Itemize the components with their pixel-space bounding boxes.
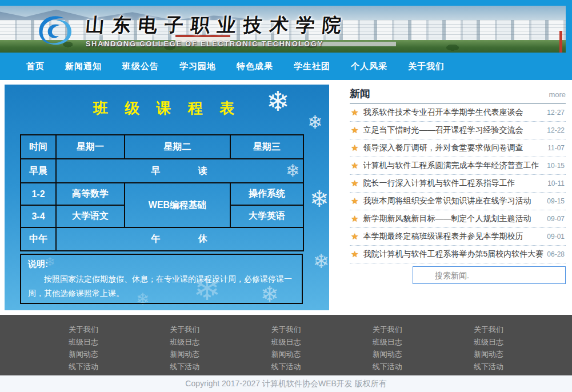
news-item-date: 11-07	[547, 144, 566, 152]
news-item-date: 12-22	[547, 126, 566, 134]
footer-link-offline-activities[interactable]: 线下活动	[271, 361, 301, 373]
news-item-link[interactable]: 我系软件技术专业召开本学期学生代表座谈会	[363, 107, 547, 118]
footer-link-news[interactable]: 新闻动态	[474, 348, 503, 361]
footer-link-news[interactable]: 新闻动态	[170, 348, 199, 361]
footer-column: 关于我们 班级日志 新闻动态 线下活动	[271, 323, 301, 375]
star-icon: ★	[351, 125, 358, 135]
news-item-date: 10-11	[547, 179, 566, 187]
news-item-date: 09-01	[547, 233, 566, 241]
row-label-noon: 中午	[21, 227, 56, 251]
main-nav: 首页 新闻通知 班级公告 学习园地 特色成果 学生社团 个人风采 关于我们	[0, 53, 572, 80]
row-label-3-4: 3-4	[21, 205, 56, 227]
star-icon: ★	[351, 196, 358, 206]
schedule-note: 说明: 按照国家法定假期放假、休息；在专业课的课程设计周，必修课停课一周，其他选…	[20, 254, 303, 304]
footer-link-class-log[interactable]: 班级日志	[271, 336, 301, 349]
top-strip	[0, 0, 572, 6]
footer-link-class-log[interactable]: 班级日志	[373, 336, 402, 349]
footer-link-news[interactable]: 新闻动态	[373, 348, 402, 361]
footer-column: 关于我们 班级日志 新闻动态 线下活动	[474, 323, 503, 375]
cell-mon-3-4: 大学语文	[56, 205, 125, 227]
news-item-date: 09-15	[547, 197, 566, 205]
morning-reading-cell: 早 读	[56, 159, 303, 183]
campus-photo: 山东电子职业技术学院 SHANDONG COLLEGE OF ELECTRONI…	[0, 6, 566, 53]
nav-item-news-notice[interactable]: 新闻通知	[65, 61, 102, 72]
nav-item-personal-style[interactable]: 个人风采	[351, 61, 387, 72]
col-header-monday: 星期一	[56, 135, 125, 159]
footer-column: 关于我们 班级日志 新闻动态 线下活动	[69, 323, 98, 375]
nav-item-class-announcements[interactable]: 班级公告	[122, 61, 159, 72]
footer-link-about[interactable]: 关于我们	[474, 323, 503, 336]
star-icon: ★	[351, 178, 358, 189]
news-item: ★ 本学期最终定稿班级课程表并参见本学期校历 09-01	[350, 228, 566, 246]
news-item-link[interactable]: 计算机与软件工程系圆满完成本学年经济普查工作	[363, 161, 547, 171]
footer-link-class-log[interactable]: 班级日志	[170, 336, 199, 349]
news-item-link[interactable]: 新学期新风貌新目标——制定个人规划主题活动	[363, 214, 547, 224]
site-footer: 关于我们 班级日志 新闻动态 线下活动 关于我们 班级日志 新闻动态 线下活动 …	[0, 315, 572, 375]
snowflake-icon	[310, 187, 329, 210]
news-item-link[interactable]: 院长一行深入计算机与软件工程系指导工作	[363, 178, 547, 189]
row-label-morning: 早晨	[21, 159, 56, 183]
nav-item-about-us[interactable]: 关于我们	[408, 61, 445, 72]
news-title: 新闻	[350, 87, 370, 101]
nav-item-student-clubs[interactable]: 学生社团	[294, 61, 330, 72]
nav-item-home[interactable]: 首页	[26, 61, 45, 72]
news-panel: 新闻 more ★ 我系软件技术专业召开本学期学生代表座谈会 12-27 ★ 立…	[350, 87, 566, 284]
news-item: ★ 新学期新风貌新目标——制定个人规划主题活动 09-07	[350, 210, 566, 228]
copyright-bar: Copyright 2017-2027 计算机软件协会WEB开发 版权所有	[0, 375, 572, 392]
site-header: 山东电子职业技术学院 SHANDONG COLLEGE OF ELECTRONI…	[0, 0, 572, 53]
news-more-link[interactable]: more	[549, 90, 566, 99]
news-item-link[interactable]: 立足当下惜时光——召开课程学习经验交流会	[363, 125, 547, 135]
footer-link-about[interactable]: 关于我们	[373, 323, 402, 336]
news-list: ★ 我系软件技术专业召开本学期学生代表座谈会 12-27 ★ 立足当下惜时光——…	[350, 104, 566, 263]
brand-text: 山东电子职业技术学院 SHANDONG COLLEGE OF ELECTRONI…	[86, 13, 349, 48]
note-title: 说明:	[28, 259, 295, 270]
footer-link-class-log[interactable]: 班级日志	[474, 336, 503, 349]
footer-link-about[interactable]: 关于我们	[271, 323, 301, 336]
cell-wed-1-2: 操作系统	[230, 183, 303, 205]
brand: 山东电子职业技术学院 SHANDONG COLLEGE OF ELECTRONI…	[33, 13, 349, 50]
news-search-input[interactable]	[413, 266, 566, 284]
footer-link-offline-activities[interactable]: 线下活动	[373, 361, 402, 373]
star-icon: ★	[351, 107, 358, 118]
schedule-table: 时间 星期一 星期二 星期三 早晨 早 读 1-2 高等数学 WEB编程基础 操…	[20, 134, 304, 251]
star-icon: ★	[351, 143, 358, 153]
college-name-en: SHANDONG COLLEGE OF ELECTRONIC TECHNOLOG…	[86, 40, 349, 48]
nav-item-achievements[interactable]: 特色成果	[237, 61, 273, 72]
news-item-date: 06-28	[547, 250, 566, 258]
col-header-tuesday: 星期二	[125, 135, 230, 159]
schedule-title: 班 级 课 程 表	[5, 98, 329, 118]
col-header-time: 时间	[21, 135, 56, 159]
news-item: ★ 计算机与软件工程系圆满完成本学年经济普查工作 10-15	[350, 157, 566, 175]
news-item-date: 09-07	[547, 215, 566, 223]
snowflake-icon	[313, 251, 329, 271]
schedule-row-periods-1-2: 1-2 高等数学 WEB编程基础 操作系统	[21, 183, 303, 205]
footer-link-about[interactable]: 关于我们	[69, 323, 98, 336]
news-item-link[interactable]: 我院计算机与软件工程系将举办第5届校内软件大赛	[363, 249, 547, 259]
news-item: ★ 我系软件技术专业召开本学期学生代表座谈会 12-27	[350, 104, 566, 122]
footer-link-offline-activities[interactable]: 线下活动	[170, 361, 199, 373]
news-item-link[interactable]: 我班本周将组织安全常识知识讲座在线学习活动	[363, 196, 547, 206]
college-logo-icon	[33, 13, 78, 50]
star-icon: ★	[351, 231, 358, 242]
news-item-link[interactable]: 本学期最终定稿班级课程表并参见本学期校历	[363, 231, 547, 242]
nav-item-study-garden[interactable]: 学习园地	[179, 61, 216, 72]
footer-link-news[interactable]: 新闻动态	[271, 348, 301, 361]
footer-link-class-log[interactable]: 班级日志	[69, 336, 98, 349]
footer-link-offline-activities[interactable]: 线下活动	[69, 361, 98, 373]
main-content: 班 级 课 程 表 时间 星期一 星期二 星期三 早晨 早 读 1-2 高等数学…	[0, 80, 572, 315]
cell-mon-1-2: 高等数学	[56, 183, 125, 205]
news-item: ★ 我院计算机与软件工程系将举办第5届校内软件大赛 06-28	[350, 246, 566, 263]
star-icon: ★	[351, 161, 358, 171]
footer-link-offline-activities[interactable]: 线下活动	[474, 361, 503, 373]
row-label-1-2: 1-2	[21, 183, 56, 205]
news-item: ★ 院长一行深入计算机与软件工程系指导工作 10-11	[350, 175, 566, 193]
news-item-link[interactable]: 领导深入餐厅调研，并对食堂要求做问卷调查	[363, 143, 547, 153]
news-item: ★ 我班本周将组织安全常识知识讲座在线学习活动 09-15	[350, 193, 566, 210]
schedule-header-row: 时间 星期一 星期二 星期三	[21, 135, 303, 159]
footer-link-about[interactable]: 关于我们	[170, 323, 199, 336]
col-header-wednesday: 星期三	[230, 135, 303, 159]
star-icon: ★	[351, 214, 358, 224]
page: 山东电子职业技术学院 SHANDONG COLLEGE OF ELECTRONI…	[0, 0, 572, 392]
footer-link-news[interactable]: 新闻动态	[69, 348, 98, 361]
news-item: ★ 立足当下惜时光——召开课程学习经验交流会 12-22	[350, 122, 566, 139]
